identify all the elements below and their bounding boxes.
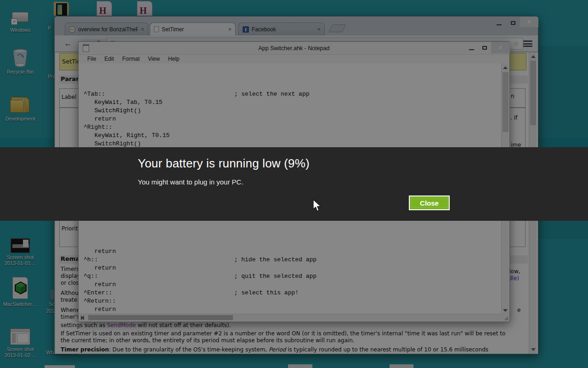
battery-notification: Your battery is running low (9%) You mig… [0,147,588,221]
notification-title: Your battery is running low (9%) [138,156,310,171]
mouse-cursor [312,199,322,214]
focus-outline [411,198,447,208]
notification-close-button[interactable]: Close [409,196,450,210]
screen: H H ➚ Windows Recycle Bin [0,0,588,368]
notification-message: You might want to plug in your PC. [138,178,243,186]
